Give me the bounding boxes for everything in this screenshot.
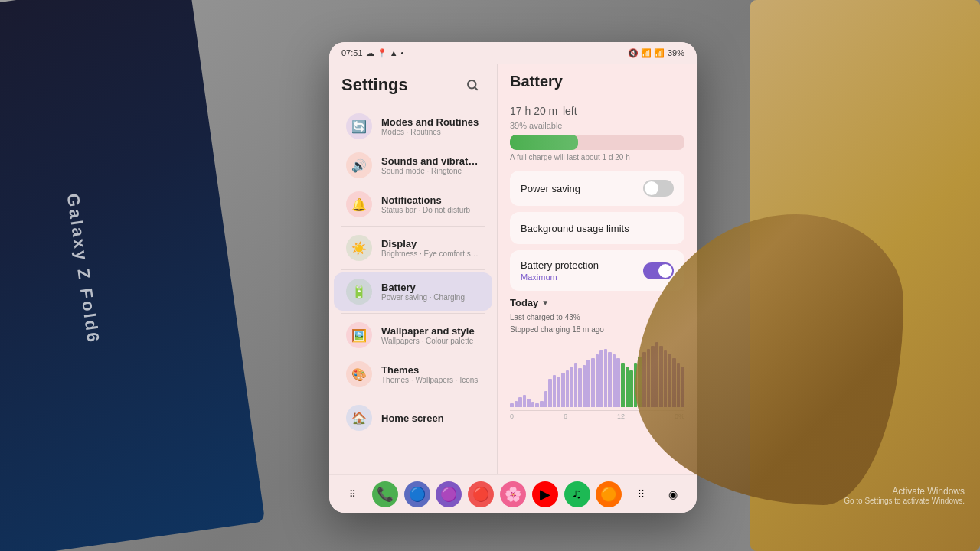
divider-6 (341, 396, 485, 396)
sidebar-item-themes[interactable]: 🎨ThemesThemes · Wallpapers · Icons (334, 355, 492, 393)
phone-dock: ⠿ 📞 🔵 🟣 🔴 🌸 ▶ ♫ 🟠 ⠿ ◉ (329, 474, 697, 513)
settings-header: Settings (329, 64, 497, 103)
divider-3 (341, 269, 485, 270)
battery-indicator: 39% (668, 48, 684, 57)
sidebar-item-battery[interactable]: 🔋BatteryPower saving · Charging (334, 272, 492, 311)
settings-list: 🔄Modes and RoutinesModes · Routines🔊Soun… (329, 103, 497, 474)
phone-content: Settings 🔄Modes and RoutinesModes · Rout… (329, 64, 697, 474)
chart-bar-30 (638, 357, 642, 407)
sidebar-item-notifications[interactable]: 🔔NotificationsStatus bar · Do not distur… (334, 185, 492, 223)
settings-panel: Settings 🔄Modes and RoutinesModes · Rout… (329, 64, 498, 474)
chart-bar-12 (561, 373, 565, 407)
battery-protection-option[interactable]: Battery protection Maximum (510, 250, 684, 291)
chart-bar-0 (510, 403, 514, 407)
box-label: Galaxy Z Fold6 (62, 192, 103, 345)
battery-time-display: 17 h 20 m left (510, 98, 684, 119)
chart-bar-39 (677, 363, 681, 407)
sidebar-item-home[interactable]: 🏠Home screen (334, 399, 492, 437)
battery-protection-toggle[interactable] (643, 262, 674, 279)
chart-bar-4 (527, 399, 531, 407)
battery-sublabel: Power saving · Charging (381, 293, 480, 302)
battery-protection-label: Battery protection (521, 259, 599, 271)
background-limits-option[interactable]: Background usage limits (510, 212, 684, 244)
home-icon: 🏠 (346, 405, 372, 431)
display-label: Display (381, 238, 480, 249)
chart-bar-2 (518, 397, 522, 407)
chart-labels: 0 6 12 0% (510, 412, 684, 420)
status-bar: 07:51 ☁ 📍 ▲ • 🔇 📶 📶 39% (329, 42, 697, 64)
chart-bar-37 (668, 354, 671, 407)
themes-label: Themes (381, 364, 480, 376)
chart-bar-3 (523, 395, 527, 407)
activate-windows-watermark: Activate Windows Go to Settings to activ… (844, 486, 965, 505)
signal-icons: 🔇 📶 📶 (628, 48, 665, 58)
chart-bar-16 (578, 368, 582, 407)
modes-icon: 🔄 (346, 113, 372, 139)
power-saving-option[interactable]: Power saving (510, 171, 684, 206)
battery-percent-text: 39% available (510, 121, 684, 130)
chart-bar-25 (616, 358, 620, 407)
wallpaper-label: Wallpaper and style (381, 325, 480, 337)
dock-app-1[interactable]: 🔵 (404, 481, 430, 507)
chart-bar-38 (672, 358, 676, 407)
svg-point-0 (468, 80, 476, 89)
sounds-label: Sounds and vibration (381, 155, 480, 167)
chart-bar-32 (647, 349, 651, 408)
today-label: Today (510, 297, 538, 308)
search-button[interactable] (460, 73, 485, 97)
dock-app-5[interactable]: 🟠 (596, 481, 622, 507)
chart-bar-11 (557, 377, 560, 407)
dock-app-4[interactable]: 🌸 (500, 481, 526, 507)
battery-protection-row: Battery protection Maximum (521, 259, 674, 282)
sounds-sublabel: Sound mode · Ringtone (381, 167, 480, 175)
sidebar-item-sounds[interactable]: 🔊Sounds and vibrationSound mode · Ringto… (334, 146, 492, 184)
status-icons: ☁ 📍 ▲ (366, 48, 398, 58)
dock-nav-left[interactable]: ⠿ (628, 481, 654, 507)
status-left: 07:51 ☁ 📍 ▲ • (341, 48, 403, 58)
themes-sublabel: Themes · Wallpapers · Icons (381, 376, 480, 384)
today-row[interactable]: Today ▼ (510, 297, 684, 308)
chart-bar-34 (655, 342, 659, 407)
home-label: Home screen (381, 412, 480, 424)
display-icon: ☀️ (346, 235, 372, 261)
modes-label: Modes and Routines (381, 116, 480, 128)
dock-app-2[interactable]: 🟣 (436, 481, 462, 507)
time-value: 17 h 20 m (510, 105, 557, 117)
chart-bar-27 (626, 367, 629, 407)
battery-protection-sub: Maximum (521, 272, 599, 282)
charge-info: Last charged to 43% Stopped charging 18 … (510, 311, 684, 336)
battery-chart (510, 342, 684, 411)
sidebar-item-display[interactable]: ☀️DisplayBrightness · Eye comfort shield… (334, 229, 492, 267)
chart-bar-24 (612, 354, 616, 407)
dock-phone[interactable]: 📞 (372, 481, 398, 507)
divider-4 (341, 313, 485, 314)
power-saving-label: Power saving (521, 183, 580, 194)
chart-bar-8 (544, 391, 548, 407)
sounds-icon: 🔊 (346, 152, 372, 178)
time-display: 07:51 (341, 48, 363, 57)
dock-youtube[interactable]: ▶ (532, 481, 558, 507)
chart-bar-13 (566, 370, 570, 407)
status-right: 🔇 📶 📶 39% (628, 48, 684, 58)
dock-dots[interactable]: ⠿ (340, 481, 366, 507)
chart-bar-33 (651, 346, 655, 407)
battery-bar-fill (510, 135, 578, 150)
power-saving-toggle[interactable] (643, 180, 674, 197)
last-charged-text: Last charged to 43% (510, 311, 684, 324)
dock-spotify[interactable]: ♫ (564, 481, 590, 507)
activate-sub: Go to Settings to activate Windows. (844, 497, 965, 505)
dock-app-3[interactable]: 🔴 (468, 481, 494, 507)
battery-protection-text: Battery protection Maximum (521, 259, 599, 282)
chart-bar-23 (608, 352, 612, 407)
sidebar-item-modes[interactable]: 🔄Modes and RoutinesModes · Routines (334, 107, 492, 145)
chart-bar-26 (621, 363, 625, 407)
sidebar-item-wallpaper[interactable]: 🖼️Wallpaper and styleWallpapers · Colour… (334, 316, 492, 354)
chart-bar-19 (591, 358, 595, 407)
notifications-sublabel: Status bar · Do not disturb (381, 206, 480, 214)
activate-title: Activate Windows (844, 486, 965, 497)
chart-bar-18 (586, 360, 590, 407)
battery-bar (510, 135, 684, 150)
chart-bar-31 (642, 352, 646, 407)
svg-line-1 (475, 87, 477, 90)
dock-nav-right[interactable]: ◉ (660, 481, 686, 507)
